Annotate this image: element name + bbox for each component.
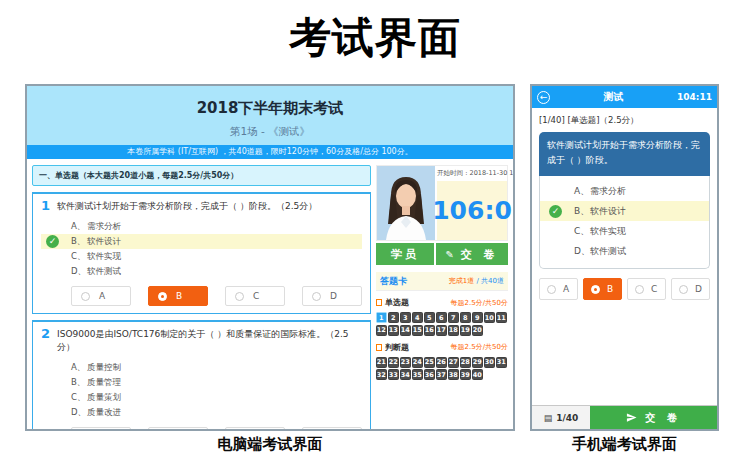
answer-button-a[interactable]: A [71, 427, 131, 431]
radio-icon [158, 292, 167, 301]
question-number-cell[interactable]: 15 [412, 325, 423, 336]
option-letter: A、 [574, 185, 590, 198]
question-number-cell[interactable]: 23 [400, 357, 411, 368]
question-number-cell[interactable]: 16 [424, 325, 435, 336]
answer-button-b[interactable]: B [148, 286, 208, 306]
option-row[interactable]: A、需求分析 [540, 181, 709, 201]
question-number-cell[interactable]: 39 [460, 369, 471, 380]
mobile-option-list: A、需求分析✓B、软件设计C、软件实现D、软件测试 [539, 176, 710, 269]
mobile-countdown-timer: 104:11 [677, 92, 712, 102]
question-number-cell[interactable]: 40 [472, 369, 483, 380]
option-text: 需求分析 [87, 221, 121, 233]
edit-icon: ✎ [445, 249, 453, 260]
answer-button-d[interactable]: D [302, 286, 362, 306]
question-number-cell[interactable]: 17 [436, 325, 447, 336]
question-number-cell[interactable]: 1 [376, 312, 387, 323]
answer-button-row: ABCD [71, 427, 362, 431]
answer-button-c[interactable]: C [225, 286, 285, 306]
question-number-cell[interactable]: 33 [388, 369, 399, 380]
question-number-cell[interactable]: 26 [436, 357, 447, 368]
answer-button-a[interactable]: A [539, 278, 578, 300]
question-number-cell[interactable]: 30 [484, 357, 495, 368]
question-number-cell[interactable]: 6 [436, 312, 447, 323]
question-number-cell[interactable]: 9 [472, 312, 483, 323]
question-number-cell[interactable]: 14 [400, 325, 411, 336]
option-row[interactable]: D、软件测试 [540, 241, 709, 261]
answer-button-b[interactable]: B [583, 278, 622, 300]
question-number-cell[interactable]: 4 [412, 312, 423, 323]
question-number-cell[interactable]: 10 [484, 312, 495, 323]
question-number-cell[interactable]: 24 [412, 357, 423, 368]
question-number-cell[interactable]: 27 [448, 357, 459, 368]
answer-button-b[interactable]: B [148, 427, 208, 431]
question-number-cell[interactable]: 13 [388, 325, 399, 336]
question-number-cell[interactable]: 34 [400, 369, 411, 380]
question-number-cell[interactable]: 35 [412, 369, 423, 380]
answer-button-c[interactable]: C [627, 278, 666, 300]
question-number-cell[interactable]: 2 [388, 312, 399, 323]
question-number-cell[interactable]: 31 [496, 357, 507, 368]
radio-icon [312, 292, 321, 301]
option-list: A、质量控制B、质量管理C、质量策划D、质量改进 [41, 360, 362, 420]
radio-icon [679, 285, 688, 294]
question-number-cell[interactable]: 19 [460, 325, 471, 336]
question-card-1: 1 软件测试计划开始于需求分析阶段，完成于（ ）阶段。（2.5分） A、需求分析… [32, 192, 371, 314]
answer-button-row: ABCD [71, 286, 362, 306]
answer-button-label: C [253, 291, 259, 301]
answer-button-d[interactable]: D [671, 278, 710, 300]
option-row[interactable]: A、需求分析 [41, 219, 362, 234]
mobile-submit-label: 交 卷 [645, 411, 680, 425]
exam-header: 2018下半年期末考试 第1场 - 《测试》 [27, 86, 513, 145]
question-number-cell[interactable]: 29 [472, 357, 483, 368]
answer-button-label: A [99, 291, 105, 301]
question-number-cell[interactable]: 25 [424, 357, 435, 368]
question-number-cell[interactable]: 3 [400, 312, 411, 323]
question-number-grid: 1234567891011121314151617181920 [376, 312, 508, 336]
question-number-cell[interactable]: 38 [448, 369, 459, 380]
answer-card-button[interactable]: ▤ 1/40 [532, 406, 590, 429]
option-row[interactable]: C、软件实现 [41, 249, 362, 264]
question-number-cell[interactable]: 37 [436, 369, 447, 380]
question-number-cell[interactable]: 11 [496, 312, 507, 323]
question-number-cell[interactable]: 5 [424, 312, 435, 323]
student-info-block: 开始时间：2018-11-30 15:25:00 106:0 [376, 165, 508, 241]
option-row[interactable]: B、质量管理 [41, 375, 362, 390]
option-row[interactable]: D、质量改进 [41, 405, 362, 420]
option-row[interactable]: ✓B、软件设计 [41, 234, 362, 249]
section-score-info: 每题2.5分/共50分 [451, 298, 508, 308]
option-row[interactable]: A、质量控制 [41, 360, 362, 375]
question-number-cell[interactable]: 18 [448, 325, 459, 336]
option-row[interactable]: C、软件实现 [540, 221, 709, 241]
option-text: 软件设计 [87, 236, 121, 248]
option-row[interactable]: C、质量策划 [41, 390, 362, 405]
answer-button-a[interactable]: A [71, 286, 131, 306]
option-list: A、需求分析✓B、软件设计C、软件实现D、软件测试 [41, 219, 362, 279]
question-number-cell[interactable]: 8 [460, 312, 471, 323]
desktop-exam-window: 2018下半年期末考试 第1场 - 《测试》 本卷所属学科 (IT/互联网) ，… [25, 84, 515, 431]
submit-button[interactable]: ✎ 交 卷 [436, 243, 508, 265]
option-row[interactable]: D、软件测试 [41, 264, 362, 279]
question-number-cell[interactable]: 32 [376, 369, 387, 380]
progress-label: 1/40 [556, 413, 578, 423]
question-number-cell[interactable]: 36 [424, 369, 435, 380]
section-name: 单选题 [385, 297, 409, 308]
question-number-cell[interactable]: 7 [448, 312, 459, 323]
question-number-cell[interactable]: 28 [460, 357, 471, 368]
exam-title: 2018下半年期末考试 [27, 86, 513, 118]
question-number-cell[interactable]: 22 [388, 357, 399, 368]
exam-subtitle: 第1场 - 《测试》 [27, 125, 513, 139]
option-text: 需求分析 [590, 185, 626, 198]
mobile-exam-window: ← 测试 104:11 [1/40] [单选题]（2.5分） 软件测试计划开始于… [530, 84, 719, 431]
page-icon [376, 299, 382, 306]
back-button[interactable]: ← [537, 91, 550, 104]
answer-button-d[interactable]: D [302, 427, 362, 431]
question-number-cell[interactable]: 20 [472, 325, 483, 336]
mobile-submit-button[interactable]: 交 卷 [590, 406, 717, 429]
option-row[interactable]: ✓B、软件设计 [540, 201, 709, 221]
send-icon [626, 412, 637, 423]
question-number-cell[interactable]: 12 [376, 325, 387, 336]
mobile-answer-button-row: ABCD [539, 278, 710, 300]
question-number-cell[interactable]: 21 [376, 357, 387, 368]
option-letter: B、 [71, 377, 87, 389]
answer-button-c[interactable]: C [225, 427, 285, 431]
